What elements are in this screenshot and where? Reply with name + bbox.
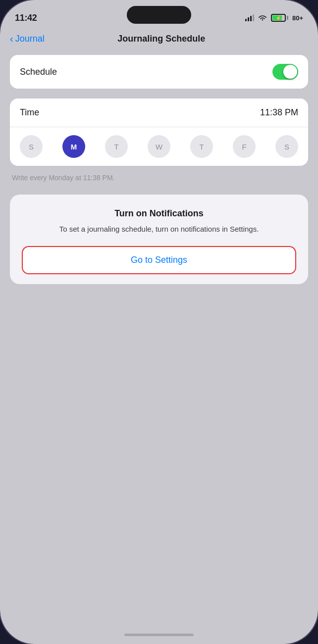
screen: 11:42 ⚡ 80+ xyxy=(0,0,318,644)
home-indicator xyxy=(0,629,318,644)
back-chevron-icon: ‹ xyxy=(10,34,13,44)
status-icons: ⚡ 80+ xyxy=(245,14,303,22)
battery-percent: 80+ xyxy=(292,14,303,22)
back-label: Journal xyxy=(15,34,45,44)
day-circle[interactable]: F xyxy=(233,135,256,158)
wifi-icon xyxy=(258,14,267,21)
back-button[interactable]: ‹ Journal xyxy=(10,34,45,44)
time-card: Time 11:38 PM SMTWTFS xyxy=(10,99,308,166)
schedule-hint: Write every Monday at 11:38 PM. xyxy=(10,172,308,190)
battery-icon: ⚡ xyxy=(271,14,288,22)
toggle-knob xyxy=(283,65,297,79)
notification-modal: Turn on Notifications To set a journalin… xyxy=(10,195,308,284)
time-value: 11:38 PM xyxy=(260,107,298,118)
status-bar: 11:42 ⚡ 80+ xyxy=(0,0,318,30)
signal-bars-icon xyxy=(245,14,254,21)
days-row: SMTWTFS xyxy=(10,127,308,166)
content-area: Schedule Time 11:38 PM SMTWTFS Write eve… xyxy=(0,50,318,629)
modal-description: To set a journaling schedule, turn on no… xyxy=(22,224,296,235)
day-circle[interactable]: M xyxy=(62,135,85,158)
schedule-toggle[interactable] xyxy=(272,64,298,80)
home-bar xyxy=(124,634,194,636)
time-row[interactable]: Time 11:38 PM xyxy=(10,99,308,127)
modal-title: Turn on Notifications xyxy=(22,208,296,219)
nav-bar: ‹ Journal Journaling Schedule xyxy=(0,30,318,50)
schedule-label: Schedule xyxy=(20,67,57,77)
dynamic-island xyxy=(127,6,191,24)
schedule-card: Schedule xyxy=(10,55,308,89)
phone-frame: 11:42 ⚡ 80+ xyxy=(0,0,318,644)
day-circle[interactable]: S xyxy=(20,135,43,158)
go-to-settings-button[interactable]: Go to Settings xyxy=(22,246,296,274)
status-time: 11:42 xyxy=(15,13,37,23)
schedule-row: Schedule xyxy=(10,55,308,89)
day-circle[interactable]: T xyxy=(105,135,128,158)
day-circle[interactable]: S xyxy=(275,135,298,158)
time-label: Time xyxy=(20,107,39,118)
page-title: Journaling Schedule xyxy=(45,34,278,44)
day-circle[interactable]: W xyxy=(148,135,170,158)
day-circle[interactable]: T xyxy=(190,135,213,158)
